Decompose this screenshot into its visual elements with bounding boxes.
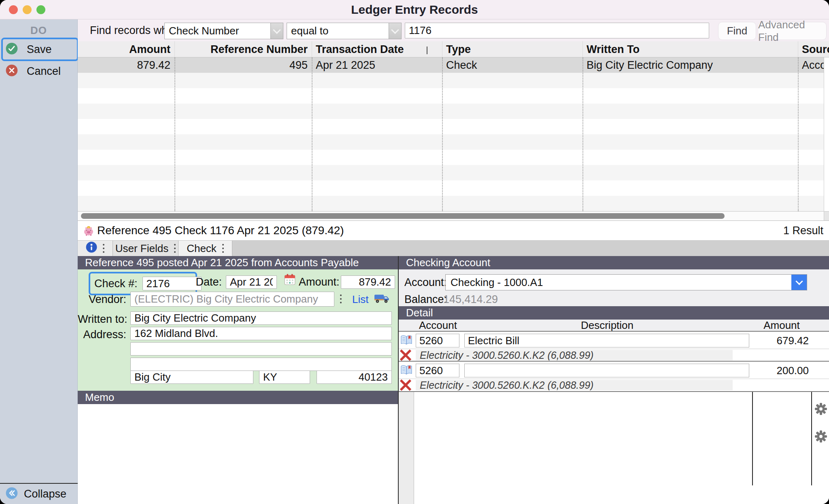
column-header-amount[interactable]: Amount: [78, 41, 174, 57]
tab-menu-dots-icon[interactable]: [222, 244, 224, 253]
vendor-input[interactable]: [130, 292, 334, 307]
detail-table-header: Account Description Amount: [399, 320, 829, 331]
delete-line-x-icon[interactable]: [400, 379, 411, 392]
horizontal-scrollbar-track[interactable]: [78, 211, 824, 221]
cell-reference: 495: [174, 57, 312, 73]
app-window: Ledger Entry Records DO Save Cancel Coll…: [0, 0, 829, 504]
column-header-transaction-date[interactable]: Transaction Date: [312, 41, 442, 57]
window-title: Ledger Entry Records: [0, 0, 829, 19]
date-input[interactable]: [226, 275, 277, 289]
cell-source: Accounts Payable: [798, 57, 824, 73]
check-number-input[interactable]: [142, 277, 202, 290]
collapse-button[interactable]: Collapse: [0, 484, 78, 504]
cell-written-to: Big City Electric Company: [582, 57, 798, 73]
detail-column-description: Description: [462, 320, 752, 331]
cell-amount: 879.42: [78, 57, 174, 73]
gear-icon[interactable]: [814, 430, 828, 443]
cell-type: Check: [442, 57, 582, 73]
memo-section-header: Memo: [78, 391, 398, 404]
find-query-input[interactable]: [405, 23, 709, 38]
save-button[interactable]: Save: [1, 38, 79, 61]
account-dropdown[interactable]: Checking - 1000.A1: [445, 274, 807, 290]
line-amount-value[interactable]: 679.42: [752, 334, 809, 347]
find-operator-dropdown-value: equal to: [287, 23, 389, 39]
column-header-reference-number[interactable]: Reference Number: [174, 41, 312, 57]
horizontal-scrollbar-thumb[interactable]: [81, 213, 725, 219]
line-item-allocation-row: Electricity - 3000.5260.K.K2 (6,088.99): [399, 379, 829, 392]
form-section-header: Reference 495 posted Apr 21 2025 from Ac…: [78, 256, 398, 269]
collapse-button-label: Collapse: [24, 488, 66, 500]
balance-value: 145,414.29: [443, 293, 498, 306]
column-header-written-to[interactable]: Written To: [582, 41, 798, 57]
address-line1-input[interactable]: [130, 327, 392, 340]
vertical-scrollbar-track[interactable]: [824, 57, 829, 211]
selected-record-title: Reference 495 Check 1176 Apr 21 2025 (87…: [97, 221, 344, 240]
checking-account-body: Account: Checking - 1000.A1 Balance: 145…: [399, 269, 829, 306]
sort-chevron-icon: [427, 47, 427, 54]
records-table-header: Amount Reference Number Transaction Date…: [78, 41, 829, 57]
line-item-row[interactable]: 5260 Electric Bill 679.42: [399, 331, 829, 349]
find-operator-dropdown[interactable]: equal to: [287, 23, 402, 39]
tab-info[interactable]: [78, 241, 113, 256]
account-dropdown-chevron-icon: [791, 275, 807, 290]
calendar-icon[interactable]: [283, 273, 296, 288]
title-bar: Ledger Entry Records: [0, 0, 829, 19]
line-description-input[interactable]: [464, 364, 749, 377]
cell-date: Apr 21 2025: [312, 57, 442, 73]
collapse-chevrons-icon: [6, 487, 18, 501]
city-input[interactable]: [130, 371, 253, 384]
tab-menu-dots-icon[interactable]: [103, 244, 104, 253]
vendor-label: Vendor:: [78, 293, 126, 306]
amount-input[interactable]: [341, 275, 395, 289]
table-row-selected[interactable]: 879.42 495 Apr 21 2025 Check Big City El…: [78, 57, 824, 73]
result-count: 1 Result: [783, 221, 823, 240]
ledger-book-icon[interactable]: [400, 364, 413, 377]
line-account-input[interactable]: 5260: [416, 334, 459, 347]
zip-input[interactable]: [317, 371, 392, 384]
date-label: Date:: [194, 275, 222, 289]
save-button-label: Save: [27, 43, 52, 56]
find-field-dropdown[interactable]: Check Number: [164, 23, 283, 39]
line-description-input[interactable]: Electric Bill: [464, 334, 749, 347]
cancel-button[interactable]: Cancel: [3, 62, 74, 80]
checking-account-panel: Checking Account Account: Checking - 100…: [399, 256, 829, 504]
address-line2-input[interactable]: [130, 342, 392, 356]
sidebar-header: DO: [0, 24, 77, 37]
ledger-book-icon[interactable]: [400, 335, 413, 347]
detail-section-header: Detail: [399, 306, 829, 320]
column-header-type[interactable]: Type: [442, 41, 582, 57]
cancel-x-icon: [6, 64, 18, 78]
memo-body[interactable]: [78, 404, 398, 504]
vendor-menu-dots-icon[interactable]: [340, 294, 342, 303]
dropdown-chevron-icon: [270, 23, 283, 39]
detail-column-account: Account: [414, 320, 462, 331]
find-button[interactable]: Find: [718, 22, 756, 40]
line-item-row[interactable]: 5260 200.00: [399, 361, 829, 379]
truck-icon[interactable]: [374, 292, 389, 306]
detail-column-amount: Amount: [752, 320, 811, 331]
tab-check-label: Check: [187, 242, 217, 255]
account-dropdown-value: Checking - 1000.A1: [446, 275, 791, 290]
check-form-panel: Reference 495 posted Apr 21 2025 from Ac…: [78, 256, 399, 504]
advanced-find-button[interactable]: Advanced Find: [758, 22, 827, 40]
line-allocation-text: Electricity - 3000.5260.K.K2 (6,088.99): [416, 350, 733, 360]
column-header-source[interactable]: Source: [798, 41, 829, 57]
account-label: Account:: [404, 276, 447, 289]
written-to-input[interactable]: [130, 311, 392, 325]
vendor-list-link[interactable]: List: [352, 293, 368, 306]
state-input[interactable]: [259, 371, 310, 384]
gear-icon[interactable]: [814, 402, 828, 416]
tab-user-fields[interactable]: User Fields: [113, 241, 179, 256]
amount-label: Amount:: [299, 275, 335, 289]
written-to-label: Written to:: [78, 313, 126, 326]
line-amount-value[interactable]: 200.00: [752, 364, 809, 377]
checking-account-header: Checking Account: [399, 256, 829, 269]
line-account-input[interactable]: 5260: [416, 364, 459, 377]
tab-check[interactable]: Check: [179, 241, 232, 256]
line-allocation-text: Electricity - 3000.5260.K.K2 (6,088.99): [416, 380, 733, 390]
info-icon: [86, 241, 97, 256]
tab-menu-dots-icon[interactable]: [174, 244, 176, 253]
sidebar: DO Save Cancel Collapse: [0, 19, 78, 504]
address-line3-input[interactable]: [130, 358, 392, 371]
address-label: Address:: [78, 328, 126, 341]
